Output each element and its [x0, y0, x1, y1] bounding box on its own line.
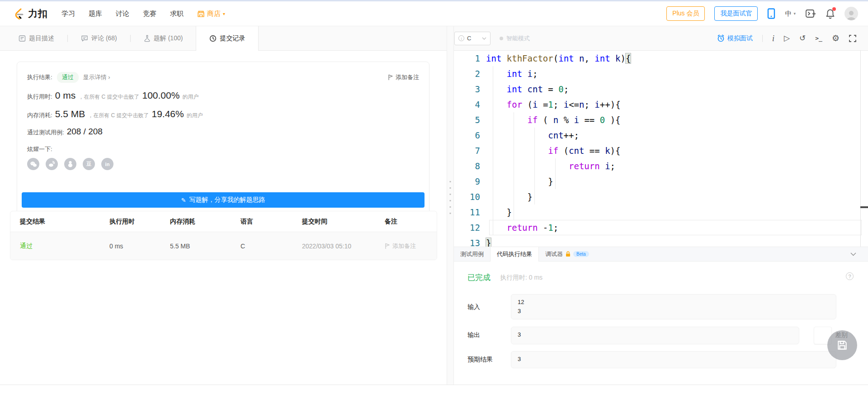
share-qq-icon[interactable]: [64, 158, 76, 170]
bottom-bar: 题目列表 ⇄ 随机一题 上一题 1492/2543 下一题 控制台 ▴ 填入示例…: [0, 385, 868, 409]
tab-doc[interactable]: 题目描述: [5, 26, 67, 50]
hints-icon[interactable]: i: [772, 34, 774, 43]
code-line[interactable]: 5 if ( n % i == 0 ){: [454, 112, 868, 128]
panel-resize-handle[interactable]: [447, 26, 454, 385]
line-number: 6: [454, 128, 486, 143]
code-line[interactable]: 6 cnt++;: [454, 128, 868, 143]
nav-item-1[interactable]: 学习: [61, 10, 75, 17]
nav-item-3[interactable]: 讨论: [116, 10, 129, 17]
console-tab-label: 代码执行结果: [497, 250, 532, 258]
editor-settings-icon[interactable]: ⚙: [832, 34, 840, 43]
code-token: [501, 53, 506, 63]
time-cell: 2022/03/03 05:10: [302, 243, 385, 250]
console-tab[interactable]: 代码执行结果: [490, 247, 539, 262]
plus-member-button[interactable]: Plus 会员: [666, 6, 705, 21]
memory-label: 内存消耗:: [27, 111, 52, 119]
leetcode-logo[interactable]: 力扣: [14, 7, 48, 20]
save-floating-button[interactable]: [827, 330, 857, 360]
code-token: }: [486, 207, 512, 217]
code-token: if: [548, 146, 558, 156]
nav-item-2[interactable]: 题库: [89, 10, 102, 17]
table-header-row: 提交结果执行用时内存消耗语言提交时间备注: [10, 211, 437, 232]
console-tab[interactable]: 测试用例: [454, 247, 490, 261]
expected-value-box[interactable]: 3: [511, 351, 836, 368]
write-solution-button[interactable]: ✎ 写题解，分享我的解题思路: [22, 192, 425, 208]
share-douban-icon[interactable]: 豆: [83, 158, 95, 170]
fullscreen-icon[interactable]: [849, 35, 856, 42]
table-row[interactable]: 通过0 ms5.5 MBC2022/03/03 05:10添加备注: [10, 232, 437, 260]
input-value-box[interactable]: 123: [511, 294, 836, 319]
nav-item-5[interactable]: 求职: [170, 10, 184, 17]
language-select[interactable]: i C: [454, 32, 491, 45]
runtime-label: 执行用时:: [27, 93, 52, 101]
notification-dot: [832, 7, 836, 11]
code-token: [486, 69, 507, 79]
code-line[interactable]: 10 }: [454, 189, 868, 204]
flag-report-icon[interactable]: ▷: [784, 34, 790, 42]
code-token: [522, 69, 527, 79]
output-value-box[interactable]: 3: [511, 327, 799, 344]
code-token: [486, 84, 507, 94]
collapse-console-icon[interactable]: [850, 252, 856, 256]
show-detail-link[interactable]: 显示详情 ›: [83, 73, 110, 81]
tab-comment[interactable]: 评论 (68): [68, 26, 130, 50]
code-token: [486, 161, 569, 171]
code-token: i: [564, 100, 569, 109]
reset-code-icon[interactable]: ↺: [799, 34, 806, 42]
logo-text: 力扣: [28, 7, 48, 20]
interviewer-button[interactable]: 我是面试官: [714, 6, 758, 21]
mobile-app-icon[interactable]: [767, 8, 775, 19]
code-line[interactable]: 1int kthFactor(int n, int k){: [454, 51, 868, 66]
code-token: [486, 223, 507, 233]
beta-badge: Beta: [573, 251, 589, 257]
code-line[interactable]: 13}: [454, 235, 868, 247]
language-switcher[interactable]: 中 ▾: [785, 10, 796, 18]
code-line[interactable]: 3 int cnt = 0;: [454, 81, 868, 97]
tab-flask[interactable]: 题解 (100): [131, 26, 196, 50]
nav-item-4[interactable]: 竞赛: [143, 10, 156, 17]
line-number: 4: [454, 97, 486, 112]
code-token: ,: [584, 53, 594, 63]
line-number: 8: [454, 158, 486, 174]
nav-store[interactable]: 商店 ▾: [197, 10, 225, 18]
user-avatar[interactable]: [844, 7, 858, 20]
code-editor[interactable]: 1int kthFactor(int n, int k){2 int i;3 i…: [454, 51, 868, 247]
code-line[interactable]: 7 if (cnt == k){: [454, 143, 868, 158]
navbar-right: Plus 会员 我是面试官 中 ▾: [666, 6, 858, 21]
add-note-link[interactable]: 添加备注: [388, 73, 419, 81]
tab-clock[interactable]: 提交记录: [196, 26, 259, 51]
editor-scrollbar-thumb[interactable]: [860, 206, 868, 208]
line-number: 13: [454, 235, 486, 247]
language-value: C: [467, 35, 471, 42]
code-token: [486, 146, 548, 156]
code-line[interactable]: 11 }: [454, 204, 868, 220]
tab-label: 评论 (68): [91, 34, 117, 43]
notifications-bell-icon[interactable]: [826, 9, 835, 19]
mock-interview-button[interactable]: 模拟面试: [717, 34, 753, 43]
code-line[interactable]: 12 return -1;: [454, 220, 868, 235]
code-line[interactable]: 4 for (i =1; i<=n; i++){: [454, 97, 868, 112]
playground-icon[interactable]: [805, 9, 816, 19]
code-token: i: [605, 161, 610, 171]
smart-mode-indicator[interactable]: 智能模式: [500, 34, 530, 43]
code-line[interactable]: 2 int i;: [454, 66, 868, 81]
submission-result-link[interactable]: 通过: [20, 242, 109, 250]
mode-dot-icon: [500, 37, 503, 40]
code-token: =: [543, 84, 558, 94]
share-wechat-icon[interactable]: [27, 158, 39, 170]
console-tab[interactable]: 调试器Beta: [539, 247, 595, 261]
code-line[interactable]: 8 return i;: [454, 158, 868, 174]
share-icons: 豆in: [27, 158, 113, 170]
toolbar-divider: [762, 35, 763, 42]
share-linkedin-icon[interactable]: in: [101, 158, 113, 170]
help-icon[interactable]: ?: [846, 272, 854, 280]
language-label: 中: [785, 10, 792, 18]
console-shortcut-icon[interactable]: >_: [815, 35, 822, 41]
code-token: 1: [548, 100, 553, 109]
add-note-link[interactable]: 添加备注: [385, 242, 437, 250]
problem-panel: 题目描述评论 (68)题解 (100)提交记录 执行结果: 通过 显示详情 › …: [0, 26, 447, 385]
share-weibo-icon[interactable]: [46, 158, 58, 170]
code-token: ++){: [600, 100, 621, 109]
code-line[interactable]: 9 }: [454, 174, 868, 189]
code-token: 0: [600, 115, 605, 125]
